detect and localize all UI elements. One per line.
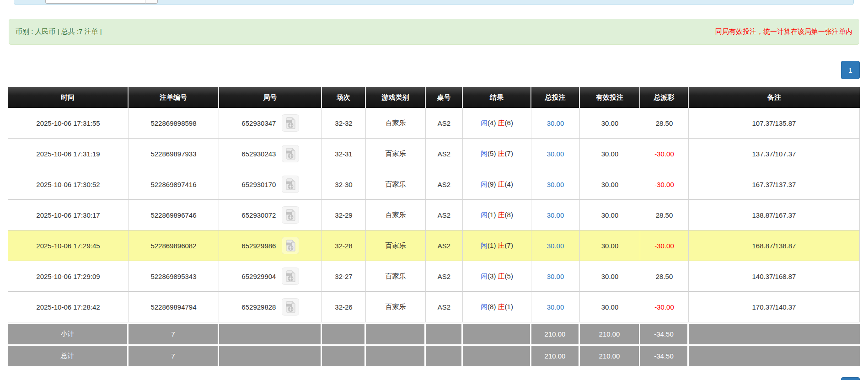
subtotal-empty-cell [463,322,531,344]
cell-note: 107.37/135.87 [689,108,860,139]
table-header: 时间注单编号局号场次游戏类别桌号结果总投注有效投注总派彩备注 [8,87,860,108]
cell-table-id: AS2 [426,139,463,169]
cell-valid-bet: 30.00 [580,200,640,230]
video-file-icon [285,301,296,313]
total-bet-link[interactable]: 30.00 [547,181,564,188]
subtotal-total-bet: 210.00 [531,322,580,344]
cell-result: 闲(4) 庄(6) [463,108,531,139]
cell-game-type: 百家乐 [366,292,426,322]
video-file-icon [285,270,296,282]
cell-result: 闲(8) 庄(1) [463,292,531,322]
player-label: 闲 [481,272,488,280]
player-score: (8) [488,303,496,310]
banker-score: (8) [505,211,513,219]
grand-total-total-bet: 210.00 [531,344,580,366]
cell-result: 闲(1) 庄(7) [463,230,531,261]
pagination-page-1-bottom[interactable]: 1 [841,377,860,380]
column-header-2: 注单编号 [129,87,219,108]
filter-panel [14,0,854,5]
grand-total-payout: -34.50 [640,344,689,366]
cell-round-id: 652930347 [219,108,322,139]
grand-total-empty-cell [322,344,366,366]
cell-table-id: AS2 [426,108,463,139]
cell-total-bet: 30.00 [531,230,580,261]
cell-bet-id: 522869896746 [129,200,219,230]
player-score: (9) [488,180,496,188]
column-header-7: 结果 [463,87,531,108]
column-header-10: 总派彩 [640,87,689,108]
cell-session: 32-27 [322,261,366,292]
video-replay-button[interactable] [282,206,299,224]
grand-total-empty-cell [463,344,531,366]
video-file-icon [285,148,296,160]
cell-total-bet: 30.00 [531,261,580,292]
filter-input-group [45,0,158,4]
cell-time: 2025-10-06 17:28:42 [8,292,129,322]
cell-bet-id: 522869896082 [129,230,219,261]
subtotal-row: 小计 7 210.00 210.00 -34.50 [8,322,860,344]
round-id-text: 652929904 [241,273,276,280]
banker-score: (4) [505,180,513,188]
cell-total-bet: 30.00 [531,292,580,322]
filter-input[interactable] [45,0,145,4]
player-label: 闲 [481,303,488,310]
subtotal-empty-cell [219,322,322,344]
video-replay-button[interactable] [282,268,299,285]
cell-total-bet: 30.00 [531,108,580,139]
cell-table-id: AS2 [426,230,463,261]
grand-total-count: 7 [129,344,219,366]
cell-table-id: AS2 [426,292,463,322]
grand-total-empty-cell [219,344,322,366]
video-replay-button[interactable] [282,176,299,193]
column-header-11: 备注 [689,87,860,108]
cell-note: 138.87/167.37 [689,200,860,230]
cell-result: 闲(1) 庄(8) [463,200,531,230]
table-header-row: 时间注单编号局号场次游戏类别桌号结果总投注有效投注总派彩备注 [8,87,860,108]
banker-score: (7) [505,241,513,249]
pagination-page-1[interactable]: 1 [841,61,860,79]
video-replay-button[interactable] [282,145,299,162]
cell-result: 闲(9) 庄(4) [463,169,531,200]
video-replay-button[interactable] [282,298,299,316]
cell-note: 168.87/138.87 [689,230,860,261]
total-bet-link[interactable]: 30.00 [547,242,564,250]
cell-valid-bet: 30.00 [580,292,640,322]
table-row: 2025-10-06 17:30:52 522869897416 6529301… [8,169,860,200]
subtotal-count: 7 [129,322,219,344]
total-bet-link[interactable]: 30.00 [547,303,564,311]
player-label: 闲 [481,180,488,188]
cell-table-id: AS2 [426,200,463,230]
subtotal-payout: -34.50 [640,322,689,344]
bet-history-table: 时间注单编号局号场次游戏类别桌号结果总投注有效投注总派彩备注 2025-10-0… [8,87,860,366]
table-footer: 小计 7 210.00 210.00 -34.50 总计 7 210.00 21… [8,322,860,366]
banker-label: 庄 [498,303,505,310]
column-header-9: 有效投注 [580,87,640,108]
table-body: 2025-10-06 17:31:55 522869898598 6529303… [8,108,860,322]
player-score: (3) [488,272,496,280]
total-bet-link[interactable]: 30.00 [547,119,564,127]
subtotal-label: 小计 [8,322,129,344]
round-id-text: 652930072 [241,211,276,219]
cell-note: 140.37/168.87 [689,261,860,292]
cell-payout: -30.00 [640,230,689,261]
cell-payout: -30.00 [640,169,689,200]
cell-bet-id: 522869894794 [129,292,219,322]
video-replay-button[interactable] [282,237,299,254]
filter-input-button[interactable] [145,0,158,4]
subtotal-empty-cell [689,322,860,344]
grand-total-valid-bet: 210.00 [580,344,640,366]
cell-round-id: 652930170 [219,169,322,200]
video-replay-button[interactable] [282,114,299,132]
cell-table-id: AS2 [426,261,463,292]
round-id-text: 652929828 [241,303,276,311]
table-row: 2025-10-06 17:31:19 522869897933 6529302… [8,139,860,169]
cell-time: 2025-10-06 17:31:55 [8,108,129,139]
banker-score: (6) [505,119,513,127]
round-id-text: 652930170 [241,181,276,188]
total-bet-link[interactable]: 30.00 [547,211,564,219]
subtotal-valid-bet: 210.00 [580,322,640,344]
total-bet-link[interactable]: 30.00 [547,150,564,158]
total-bet-link[interactable]: 30.00 [547,273,564,280]
column-header-6: 桌号 [426,87,463,108]
summary-notice-text: 同局有效投注，统一计算在该局第一张注单内 [715,27,852,36]
